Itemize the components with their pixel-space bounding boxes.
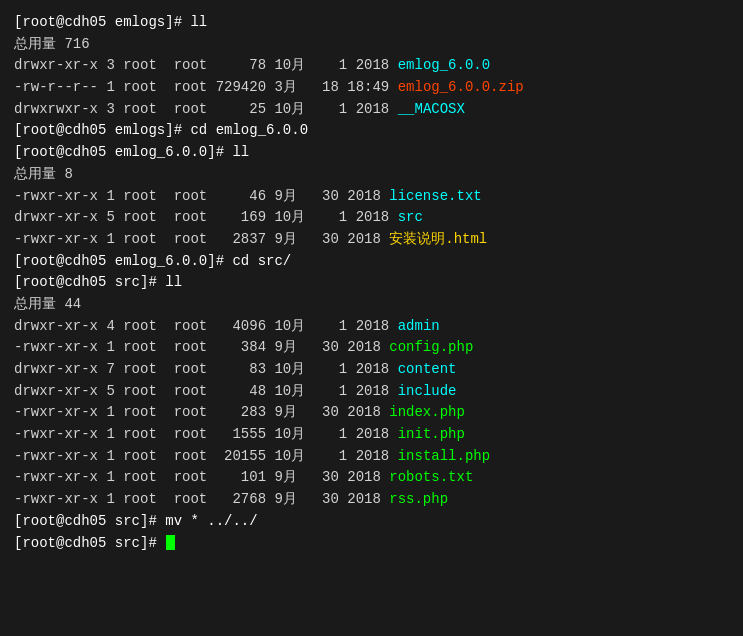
terminal-line: -rwxr-xr-x 1 root root 1555 10月 1 2018 i…: [14, 424, 729, 446]
terminal-line: drwxr-xr-x 5 root root 169 10月 1 2018 sr…: [14, 207, 729, 229]
terminal-line: drwxr-xr-x 5 root root 48 10月 1 2018 inc…: [14, 381, 729, 403]
terminal-line: [root@cdh05 src]# mv * ../../: [14, 511, 729, 533]
terminal-line: -rwxr-xr-x 1 root root 20155 10月 1 2018 …: [14, 446, 729, 468]
terminal-line: drwxr-xr-x 3 root root 78 10月 1 2018 eml…: [14, 55, 729, 77]
terminal-line: drwxr-xr-x 4 root root 4096 10月 1 2018 a…: [14, 316, 729, 338]
terminal-line: drwxrwxr-x 3 root root 25 10月 1 2018 __M…: [14, 99, 729, 121]
terminal-line: [root@cdh05 emlog_6.0.0]# ll: [14, 142, 729, 164]
terminal-line: -rwxr-xr-x 1 root root 101 9月 30 2018 ro…: [14, 467, 729, 489]
terminal-line: 总用量 44: [14, 294, 729, 316]
terminal-line: -rw-r--r-- 1 root root 729420 3月 18 18:4…: [14, 77, 729, 99]
cursor: [166, 535, 175, 550]
terminal-line: 总用量 8: [14, 164, 729, 186]
terminal-line: [root@cdh05 src]# ll: [14, 272, 729, 294]
terminal-line: -rwxr-xr-x 1 root root 283 9月 30 2018 in…: [14, 402, 729, 424]
terminal-line: -rwxr-xr-x 1 root root 46 9月 30 2018 lic…: [14, 186, 729, 208]
terminal-line: -rwxr-xr-x 1 root root 2837 9月 30 2018 安…: [14, 229, 729, 251]
terminal-line: 总用量 716: [14, 34, 729, 56]
terminal-line: -rwxr-xr-x 1 root root 2768 9月 30 2018 r…: [14, 489, 729, 511]
terminal-output: [root@cdh05 emlogs]# ll总用量 716drwxr-xr-x…: [14, 12, 729, 554]
terminal-line: [root@cdh05 emlogs]# cd emlog_6.0.0: [14, 120, 729, 142]
terminal-line: [root@cdh05 emlogs]# ll: [14, 12, 729, 34]
terminal-line: -rwxr-xr-x 1 root root 384 9月 30 2018 co…: [14, 337, 729, 359]
terminal-window: [root@cdh05 emlogs]# ll总用量 716drwxr-xr-x…: [14, 12, 729, 554]
terminal-line: drwxr-xr-x 7 root root 83 10月 1 2018 con…: [14, 359, 729, 381]
terminal-line: [root@cdh05 src]#: [14, 533, 729, 555]
terminal-line: [root@cdh05 emlog_6.0.0]# cd src/: [14, 251, 729, 273]
